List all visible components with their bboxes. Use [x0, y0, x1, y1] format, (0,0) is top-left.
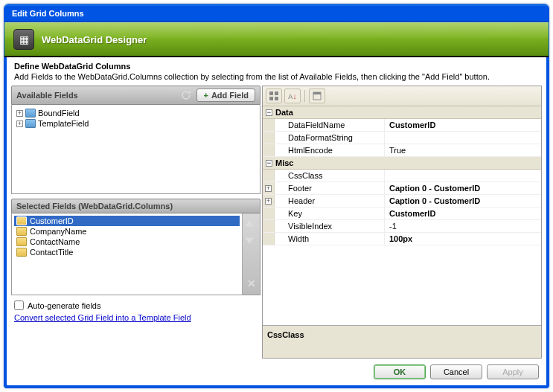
column-icon [16, 216, 27, 225]
property-value[interactable]: True [385, 144, 541, 156]
svg-rect-5 [313, 92, 321, 94]
property-row[interactable]: CssClass [263, 170, 541, 182]
banner-title: WebDataGrid Designer [42, 34, 147, 45]
property-name: DataFieldName [275, 119, 385, 131]
sort-az-icon: A↓ [288, 91, 297, 100]
expander-cell [263, 208, 275, 219]
property-value[interactable]: Caption 0 - CustomerID [385, 195, 541, 207]
available-fields-tree[interactable]: + BoundField + TemplateField [11, 105, 260, 194]
property-value[interactable]: 100px [385, 233, 541, 245]
selected-fields-label: Selected Fields (WebDataGrid.Columns) [16, 202, 173, 211]
category-misc[interactable]: − Misc [263, 157, 541, 170]
list-item-label: ContactName [30, 237, 80, 246]
auto-generate-label: Auto-generate fields [28, 301, 100, 310]
category-label: Data [275, 108, 293, 117]
window-titlebar[interactable]: Edit Grid Columns [4, 4, 549, 22]
pages-icon [312, 91, 322, 101]
categorized-icon [269, 91, 279, 101]
property-row[interactable]: DataFieldName CustomerID [263, 119, 541, 132]
delete-button[interactable]: ✕ [245, 277, 258, 290]
property-pages-button[interactable] [309, 89, 325, 103]
property-row[interactable]: HtmlEncode True [263, 144, 541, 157]
tree-item-boundfield[interactable]: + BoundField [15, 108, 257, 118]
property-row[interactable]: VisibleIndex -1 [263, 220, 541, 233]
category-data[interactable]: − Data [263, 106, 541, 119]
field-type-icon [25, 109, 36, 118]
expander-cell [263, 220, 275, 232]
cancel-button[interactable]: Cancel [430, 364, 482, 379]
left-panel: Available Fields + Add Field + BoundFiel… [11, 86, 260, 359]
expand-icon[interactable]: + [265, 185, 272, 192]
svg-rect-2 [269, 97, 273, 100]
column-icon [16, 227, 27, 236]
auto-generate-row[interactable]: Auto-generate fields [14, 301, 258, 310]
collapse-icon[interactable]: − [266, 160, 272, 167]
property-name: Footer [275, 182, 385, 194]
add-field-label: Add Field [211, 91, 249, 100]
svg-rect-1 [275, 91, 278, 95]
property-row[interactable]: Width 100px [263, 233, 541, 245]
description-area: Define WebDataGrid Columns Add Fields to… [7, 57, 546, 86]
selected-fields-panel: Selected Fields (WebDataGrid.Columns) Cu… [11, 199, 260, 295]
property-row[interactable]: + Header Caption 0 - CustomerID [263, 195, 541, 208]
property-name: CssClass [275, 170, 385, 181]
property-value[interactable]: -1 [385, 220, 541, 232]
expand-icon[interactable]: + [265, 198, 272, 205]
list-item[interactable]: ContactName [14, 237, 240, 247]
tree-item-label: TemplateField [38, 119, 89, 128]
tree-item-templatefield[interactable]: + TemplateField [15, 118, 257, 129]
collapse-icon[interactable]: − [266, 109, 272, 116]
expand-icon[interactable]: + [16, 110, 23, 117]
property-value[interactable] [385, 132, 541, 144]
property-row[interactable]: DataFormatString [263, 132, 541, 144]
expander-cell[interactable]: + [263, 182, 275, 194]
svg-rect-3 [275, 97, 278, 100]
property-grid[interactable]: − Data DataFieldName CustomerID DataForm… [263, 106, 541, 325]
expander-cell[interactable]: + [263, 195, 275, 207]
property-row[interactable]: + Footer Caption 0 - CustomerID [263, 182, 541, 195]
list-item-label: ContactTitle [30, 248, 73, 257]
list-item[interactable]: CustomerID [14, 216, 240, 226]
expander-cell [263, 170, 275, 181]
expander-cell [263, 233, 275, 245]
grid-icon: ▦ [13, 29, 34, 50]
auto-generate-checkbox[interactable] [14, 301, 24, 310]
property-value[interactable]: Caption 0 - CustomerID [385, 182, 541, 194]
property-name: Header [275, 195, 385, 207]
property-value[interactable] [385, 170, 541, 181]
refresh-icon[interactable] [180, 89, 192, 101]
selected-fields-list[interactable]: CustomerID CompanyName ContactName [12, 213, 242, 295]
tree-item-label: BoundField [38, 109, 80, 118]
list-item[interactable]: CompanyName [14, 226, 240, 237]
expand-icon[interactable]: + [16, 121, 23, 127]
property-name: VisibleIndex [275, 220, 385, 232]
list-item-label: CustomerID [30, 216, 74, 225]
expander-cell [263, 119, 275, 131]
move-up-button[interactable] [243, 218, 256, 231]
property-value[interactable]: CustomerID [385, 208, 541, 219]
property-description: CssClass [263, 325, 541, 358]
move-down-button[interactable] [243, 233, 256, 246]
property-toolbar: A↓ [263, 86, 541, 106]
convert-template-link[interactable]: Convert selected Grid Field into a Templ… [14, 313, 191, 322]
property-name: DataFormatString [275, 132, 385, 144]
categorized-button[interactable] [266, 89, 282, 103]
designer-banner: ▦ WebDataGrid Designer [4, 22, 549, 57]
property-name: Width [275, 233, 385, 245]
description-title: Define WebDataGrid Columns [14, 62, 539, 71]
add-field-button[interactable]: + Add Field [196, 89, 255, 102]
dialog-content: Define WebDataGrid Columns Add Fields to… [4, 57, 549, 388]
list-item[interactable]: ContactTitle [14, 247, 240, 257]
main-area: Available Fields + Add Field + BoundFiel… [7, 86, 546, 359]
ok-button[interactable]: OK [374, 364, 426, 379]
property-row[interactable]: Key CustomerID [263, 208, 541, 220]
column-icon [16, 248, 27, 257]
available-fields-header: Available Fields + Add Field [11, 86, 260, 105]
svg-rect-0 [269, 91, 273, 95]
alphabetical-button[interactable]: A↓ [284, 89, 301, 103]
apply-button[interactable]: Apply [487, 364, 539, 379]
selected-fields-header: Selected Fields (WebDataGrid.Columns) [11, 199, 260, 213]
list-controls: ✕ [242, 213, 260, 295]
property-value[interactable]: CustomerID [385, 119, 541, 131]
edit-columns-dialog: Edit Grid Columns ▦ WebDataGrid Designer… [4, 4, 549, 388]
